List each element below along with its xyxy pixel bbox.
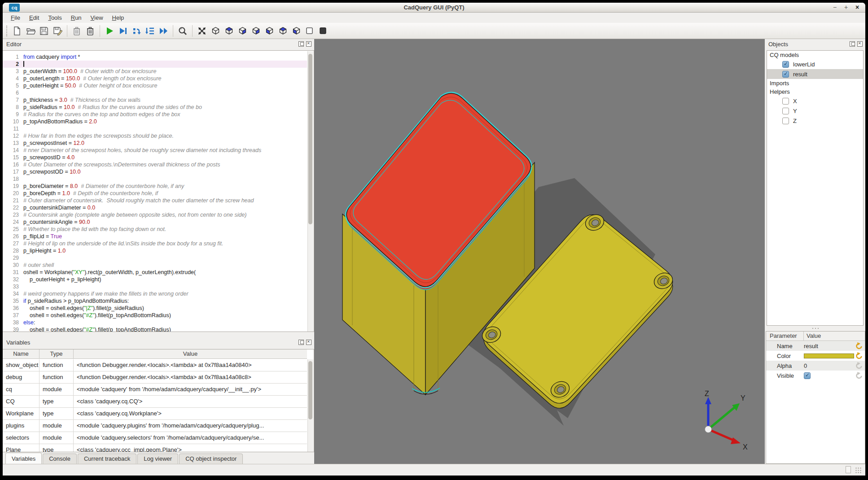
delete-trash-icon[interactable] — [84, 25, 96, 37]
clear-trash-icon[interactable] — [70, 25, 83, 37]
wireframe-toggle-icon[interactable] — [303, 25, 316, 37]
editor-scrollbar-thumb[interactable] — [308, 54, 312, 224]
continue-run-icon[interactable] — [157, 25, 170, 37]
maximize-button[interactable]: + — [842, 4, 850, 11]
save-icon[interactable] — [38, 25, 50, 37]
tree-group-imports[interactable]: Imports — [767, 79, 863, 87]
editor-line[interactable]: 24p_countersinkAngle = 90.0 — [3, 218, 307, 226]
close-button[interactable]: × — [854, 4, 861, 11]
editor-line[interactable]: 14# nner Diameter of the screwpost holes… — [3, 147, 307, 154]
shaded-toggle-icon[interactable] — [317, 25, 329, 37]
revert-icon[interactable] — [855, 342, 864, 350]
parameter-value[interactable] — [804, 353, 855, 358]
tab-cq-object-inspector[interactable]: CQ object inspector — [179, 454, 243, 464]
editor-line[interactable]: 35if p_sideRadius > p_topAndBottomRadius… — [3, 297, 307, 305]
color-swatch[interactable] — [804, 353, 854, 358]
visibility-checkbox[interactable] — [782, 71, 789, 78]
editor-line[interactable]: 34# weird geometry happens if we make th… — [3, 290, 307, 297]
editor-line[interactable]: 13p_screwpostInset = 12.0 — [3, 140, 307, 147]
editor-line[interactable]: 6 — [3, 89, 307, 96]
editor-line[interactable]: 3p_outerWidth = 100.0 # Outer width of b… — [3, 68, 307, 75]
menu-tools[interactable]: Tools — [44, 13, 66, 22]
editor-line[interactable]: 32 p_outerHeight + p_lipHeight) — [3, 276, 307, 283]
editor-line[interactable]: 22p_countersinkDiameter = 0.0 — [3, 204, 307, 211]
visibility-checkbox[interactable] — [782, 118, 789, 124]
tab-log-viewer[interactable]: Log viewer — [137, 454, 178, 464]
variable-row[interactable]: pluginsmodule<module 'cadquery.plugins' … — [3, 420, 307, 432]
editor-line[interactable]: 23# Countersink angle (complete angle be… — [3, 211, 307, 218]
revert-icon[interactable] — [855, 371, 864, 380]
editor-line[interactable]: 16# Outer Diameter of the screwposts.\nD… — [3, 161, 307, 168]
editor-line[interactable]: 30# outer shell — [3, 262, 307, 269]
editor-line[interactable]: 27# Height of lip on the underside of th… — [3, 240, 307, 247]
editor-line[interactable]: 12# How far in from the edges the screwp… — [3, 132, 307, 140]
float-panel-icon[interactable] — [298, 41, 304, 47]
editor-line[interactable]: 9# Radius for the curves on the top and … — [3, 111, 307, 118]
editor-line[interactable]: 11 — [3, 125, 307, 132]
column-header-type[interactable]: Type — [39, 349, 74, 358]
editor-line[interactable]: 18 — [3, 175, 307, 183]
viewport-3d[interactable]: Z Y X — [314, 39, 765, 464]
editor-line[interactable]: 4p_outerLength = 150.0 # Outer length of… — [3, 75, 307, 82]
variable-row[interactable]: CQtype<class 'cadquery.cq.CQ'> — [3, 396, 307, 408]
editor-line[interactable]: 31oshell = Workplane("XY").rect(p_outerW… — [3, 269, 307, 276]
editor-line[interactable]: 25# Whether to place the lid with the to… — [3, 226, 307, 233]
step-into-icon[interactable] — [130, 25, 143, 37]
revert-icon[interactable] — [855, 362, 864, 370]
tree-item-z[interactable]: Z — [767, 116, 863, 126]
parameter-row-name[interactable]: Nameresult — [766, 341, 865, 351]
tab-variables[interactable]: Variables — [5, 453, 42, 464]
menu-help[interactable]: Help — [108, 13, 129, 22]
viewport-canvas[interactable]: Z Y X — [314, 39, 765, 464]
variable-row[interactable]: show_objectfunction<function Debugger.re… — [3, 359, 307, 371]
tree-item-x[interactable]: X — [767, 96, 863, 106]
statusbar-button[interactable] — [846, 466, 851, 473]
parameter-row-visible[interactable]: Visible — [766, 371, 865, 380]
editor-scrollbar[interactable] — [307, 51, 313, 332]
code-editor[interactable]: 1from cadquery import *23p_outerWidth = … — [3, 50, 314, 332]
editor-line[interactable]: 38else: — [3, 319, 307, 326]
dock-splitter-handle[interactable] — [811, 327, 820, 330]
editor-line[interactable]: 5p_outerHeight = 50.0 # Outer height of … — [3, 82, 307, 89]
editor-line[interactable]: 28p_lipHeight = 1.0 — [3, 247, 307, 254]
tree-group-cq-models[interactable]: CQ models — [767, 51, 863, 59]
tree-item-lowerlid[interactable]: lowerLid — [767, 59, 863, 69]
save-as-icon[interactable] — [51, 25, 64, 37]
editor-line[interactable]: 21# Outer diameter of countersink. Shoul… — [3, 197, 307, 204]
minimize-button[interactable]: − — [831, 4, 838, 11]
float-panel-icon[interactable] — [850, 41, 855, 47]
parameter-value[interactable]: 0 — [804, 362, 855, 369]
variable-row[interactable]: cqmodule<module 'cadquery' from '/home/a… — [3, 384, 307, 396]
fit-all-icon[interactable] — [196, 25, 208, 37]
variable-row[interactable]: debugfunction<function Debugger.render.<… — [3, 371, 307, 384]
variables-scrollbar[interactable] — [307, 359, 313, 452]
editor-line[interactable]: 33 — [3, 283, 307, 290]
view-top-icon[interactable] — [223, 25, 235, 37]
close-panel-icon[interactable] — [857, 41, 863, 47]
tab-current-traceback[interactable]: Current traceback — [78, 454, 136, 464]
editor-line[interactable]: 19p_boreDiameter = 8.0 # Diameter of the… — [3, 183, 307, 190]
editor-line[interactable]: 37 oshell = oshell.edges("#Z").fillet(p_… — [3, 312, 307, 319]
editor-line[interactable]: 36 oshell = oshell.edges("|Z").fillet(p_… — [3, 305, 307, 312]
revert-icon[interactable] — [855, 352, 864, 360]
menu-file[interactable]: File — [6, 13, 25, 22]
menu-edit[interactable]: Edit — [25, 13, 44, 22]
column-header-value[interactable]: Value — [74, 349, 307, 358]
close-panel-icon[interactable] — [306, 340, 311, 345]
column-header-name[interactable]: Name — [3, 349, 39, 358]
editor-line[interactable]: 29 — [3, 254, 307, 262]
menu-view[interactable]: View — [86, 13, 108, 22]
editor-line[interactable]: 17p_screwpostOD = 10.0 — [3, 168, 307, 175]
editor-line[interactable]: 7p_thickness = 3.0 # Thickness of the bo… — [3, 96, 307, 104]
variable-row[interactable]: Workplanetype<class 'cadquery.cq.Workpla… — [3, 408, 307, 420]
tree-item-result[interactable]: result — [767, 69, 863, 79]
view-back-icon[interactable] — [276, 25, 289, 37]
parameter-value[interactable] — [804, 372, 855, 379]
tree-item-y[interactable]: Y — [767, 106, 863, 116]
editor-line[interactable]: 20p_boreDepth = 1.0 # Depth of the count… — [3, 190, 307, 197]
step-over-icon[interactable] — [144, 25, 156, 37]
visibility-checkbox[interactable] — [782, 98, 789, 105]
variable-row[interactable]: selectorsmodule<module 'cadquery.selecto… — [3, 432, 307, 444]
tree-group-helpers[interactable]: Helpers — [767, 87, 863, 96]
editor-line[interactable]: 15p_screwpostID = 4.0 — [3, 154, 307, 161]
